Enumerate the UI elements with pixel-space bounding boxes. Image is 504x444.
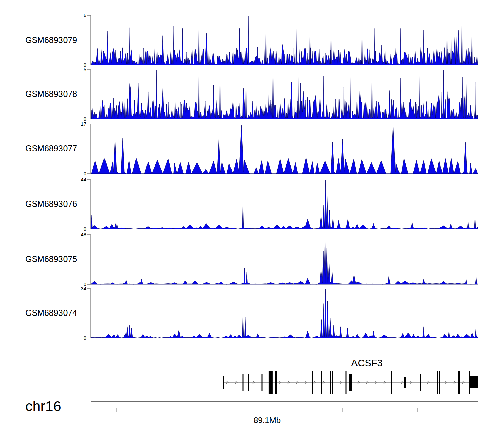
genome-axis: chr16 89.1Mb bbox=[25, 398, 478, 425]
exon-rect bbox=[439, 371, 440, 394]
exon-rect bbox=[223, 376, 224, 389]
axis-tick-label: 89.1Mb bbox=[254, 416, 281, 425]
coverage-polygon bbox=[91, 289, 478, 338]
exon-rect bbox=[470, 376, 478, 388]
gene-model bbox=[223, 371, 478, 394]
coverage-area bbox=[87, 180, 478, 229]
gene-track: ACSF3 bbox=[223, 358, 478, 394]
yaxis-zero-label: 0 bbox=[84, 171, 86, 176]
yaxis-bracket bbox=[87, 289, 91, 338]
exon-rect bbox=[248, 374, 249, 391]
yaxis-bracket bbox=[87, 235, 91, 284]
track-label: GSM6893074 bbox=[25, 308, 77, 318]
track-label: GSM6893077 bbox=[25, 144, 77, 153]
exon-rect bbox=[332, 371, 333, 394]
exon-rect bbox=[420, 374, 421, 391]
exon-rect bbox=[269, 371, 273, 394]
yaxis-max-label: 34 bbox=[81, 286, 86, 291]
exon-rect bbox=[321, 371, 322, 394]
exon-rect bbox=[262, 374, 263, 391]
exon-rect bbox=[312, 371, 313, 394]
exon-rect bbox=[458, 371, 460, 394]
yaxis-max-label: 5 bbox=[84, 67, 86, 72]
yaxis-max-label: 48 bbox=[81, 232, 86, 237]
yaxis-bracket bbox=[87, 15, 91, 65]
coverage-area bbox=[87, 289, 478, 338]
yaxis-zero-label: 0 bbox=[84, 226, 86, 232]
yaxis-max-label: 6 bbox=[84, 12, 86, 18]
yaxis-bracket bbox=[87, 180, 91, 229]
exon-rect bbox=[391, 371, 392, 394]
track-label: GSM6893075 bbox=[25, 254, 77, 264]
exon-rect bbox=[346, 371, 347, 394]
coverage-polygon bbox=[91, 235, 478, 284]
gene-name-label: ACSF3 bbox=[351, 358, 382, 368]
exon-rect bbox=[349, 374, 352, 391]
coverage-area bbox=[87, 15, 478, 65]
plot-canvas: GSM6893079 6 0 GSM6893078 5 0 GSM6893077… bbox=[0, 0, 504, 444]
track-label: GSM6893079 bbox=[25, 35, 77, 45]
coverage-track: GSM6893074 34 0 bbox=[25, 286, 478, 341]
exon-rect bbox=[275, 371, 277, 394]
ruler bbox=[91, 401, 478, 415]
coverage-track: GSM6893078 5 0 bbox=[25, 67, 478, 122]
yaxis-zero-label: 0 bbox=[84, 335, 86, 341]
coverage-area bbox=[87, 70, 478, 119]
coverage-track: GSM6893079 6 0 bbox=[25, 12, 478, 68]
track-label: GSM6893076 bbox=[25, 199, 77, 209]
chromosome-label: chr16 bbox=[25, 398, 61, 414]
yaxis-bracket bbox=[87, 70, 91, 119]
coverage-area bbox=[87, 235, 478, 284]
exon-rect bbox=[243, 374, 244, 391]
exon-rect bbox=[330, 371, 331, 394]
yaxis-max-label: 44 bbox=[81, 177, 86, 182]
coverage-track: GSM6893077 17 0 bbox=[25, 121, 478, 176]
exon-rect bbox=[437, 371, 438, 394]
coverage-track: GSM6893075 48 0 bbox=[25, 232, 478, 287]
coverage-polygon bbox=[91, 70, 478, 119]
coverage-polygon bbox=[91, 16, 478, 65]
coverage-track: GSM6893076 44 0 bbox=[25, 177, 478, 232]
yaxis-max-label: 17 bbox=[81, 121, 86, 127]
coverage-area bbox=[87, 124, 478, 174]
track-label: GSM6893078 bbox=[25, 89, 77, 99]
exon-rect bbox=[404, 377, 406, 388]
yaxis-bracket bbox=[87, 124, 91, 174]
coverage-polygon bbox=[91, 180, 478, 229]
coverage-polygon bbox=[91, 125, 478, 174]
genome-browser-figure: GSM6893079 6 0 GSM6893078 5 0 GSM6893077… bbox=[0, 0, 504, 444]
